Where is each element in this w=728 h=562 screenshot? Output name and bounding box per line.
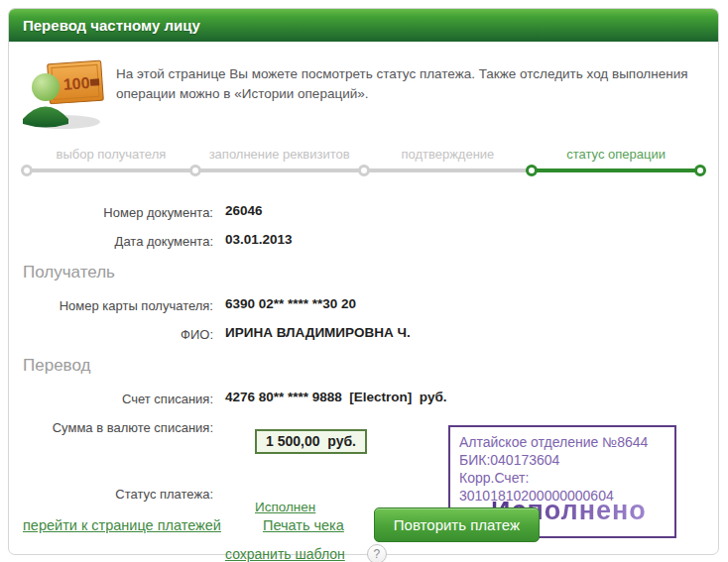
recipient-card-row: Номер карты получателя: 6390 02** **** *… [9,296,718,313]
payment-status-panel: Перевод частному лицу 100 [8,8,719,555]
stamp-bik: БИК:040173604 [459,451,666,469]
help-icon[interactable]: ? [367,544,387,562]
progress-steps: выбор получателя заполнение реквизитов п… [27,144,700,187]
recipient-name-value: ИРИНА ВЛАДИМИРОВНА Ч. [225,325,411,340]
save-template-link[interactable]: сохранить шаблон [225,546,345,562]
save-template-row: сохранить шаблон ? [225,544,718,562]
payment-status-label: Статус платежа: [9,485,213,502]
progress-dot [358,165,370,176]
progress-dot [21,165,33,176]
document-number-label: Номер документа: [9,203,213,220]
document-number-value: 26046 [225,203,263,218]
step-label-confirmation: подтверждение [364,147,533,162]
repeat-payment-button[interactable]: Повторить платеж [374,507,540,542]
recipient-name-row: ФИО: ИРИНА ВЛАДИМИРОВНА Ч. [9,325,718,342]
intro-section: 100 На этой странице Вы можете посмотрет… [9,42,718,136]
debit-account-row: Счет списания: 4276 80** **** 9888 [Elec… [9,390,718,406]
document-date-value: 03.01.2013 [225,232,293,247]
progress-dot [189,165,201,176]
progress-segment [195,169,364,172]
print-receipt-link[interactable]: Печать чека [263,517,344,533]
amount-value-box: 1 500,00 руб. [255,429,367,454]
document-number-row: Номер документа: 26046 [9,203,718,220]
progress-dot-active [694,165,706,176]
recipient-card-label: Номер карты получателя: [9,296,213,313]
amount-label: Сумма в валюте списания: [9,418,213,435]
recipient-name-label: ФИО: [9,325,213,342]
transfer-section-title: Перевод [23,356,718,376]
debit-account-value: 4276 80** **** 9888 [Electron] руб. [225,390,447,404]
progress-segment-active [532,169,700,172]
step-label-operation-status: статус операции [532,147,700,162]
go-to-payments-link[interactable]: перейти к странице платежей [23,517,221,533]
document-date-row: Дата документа: 03.01.2013 [9,232,718,249]
document-date-label: Дата документа: [9,232,213,249]
recipient-card-value: 6390 02** **** **30 20 [225,296,356,311]
intro-text: На этой странице Вы можете посмотреть ст… [116,64,698,130]
progress-dot-active [526,165,538,176]
stamp-branch: Алтайское отделение №8644 [459,433,666,451]
progress-segment [27,169,195,172]
svg-text:100: 100 [62,74,90,93]
progress-segment [364,169,533,172]
bottom-actions: перейти к странице платежей Печать чека … [9,507,718,542]
step-label-fill-details: заполнение реквизитов [195,147,364,162]
step-label-choose-recipient: выбор получателя [27,147,195,162]
recipient-section-title: Получатель [23,263,718,282]
page-title: Перевод частному лицу [9,9,718,42]
person-banknote-icon: 100 [21,56,106,130]
debit-account-label: Счет списания: [9,390,213,406]
